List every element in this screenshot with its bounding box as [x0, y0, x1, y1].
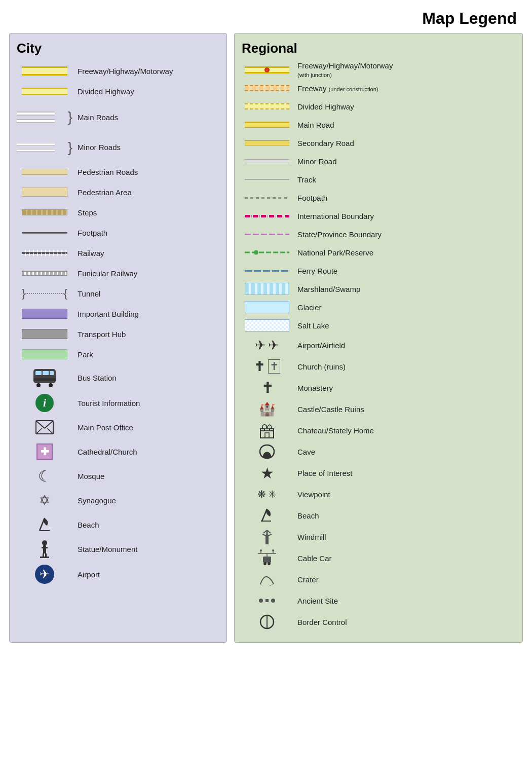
list-item: Beach: [242, 505, 515, 526]
svg-line-8: [36, 421, 45, 428]
border-control-icon: [259, 614, 275, 630]
road-symbol: }: [17, 140, 72, 155]
road-symbol: [17, 88, 72, 95]
item-label: Minor Road: [292, 157, 515, 166]
road-symbol: [17, 250, 72, 256]
road-symbol: [242, 122, 292, 128]
regional-column: Regional Freeway/Highway/Motorway(with j…: [234, 33, 523, 643]
item-label: Footpath: [72, 229, 219, 237]
item-label: Chateau/Stately Home: [292, 426, 515, 435]
list-item: Freeway/Highway/Motorway(with junction): [242, 61, 515, 79]
city-title: City: [17, 41, 219, 56]
item-label: Divided Highway: [72, 87, 219, 96]
road-symbol: [242, 283, 292, 295]
svg-rect-26: [265, 433, 269, 438]
list-item: ✚ Cathedral/Church: [17, 440, 219, 463]
list-item: i Tourist Information: [17, 391, 219, 415]
item-label: Ancient Site: [292, 597, 515, 605]
item-label: Cathedral/Church: [72, 448, 219, 456]
item-label: Statue/Monument: [72, 545, 219, 553]
list-item: Salt Lake: [242, 317, 515, 334]
road-symbol: [242, 85, 292, 91]
svg-line-27: [262, 509, 267, 521]
list-item: Pedestrian Roads: [17, 162, 219, 181]
list-item: Main Post Office: [17, 416, 219, 439]
list-item: Bus Station: [17, 365, 219, 390]
item-label: Airport: [72, 570, 219, 579]
road-symbol: [17, 420, 72, 434]
svg-point-35: [265, 534, 269, 537]
city-column: City Freeway/Highway/Motorway Divided Hi…: [9, 33, 227, 643]
item-label: Mosque: [72, 472, 219, 480]
road-symbol: [242, 179, 292, 180]
list-item: National Park/Reserve: [242, 244, 515, 261]
road-symbol: [17, 329, 72, 339]
road-symbol: [242, 301, 292, 313]
road-symbol: [17, 169, 72, 175]
item-label: Beach: [72, 521, 219, 529]
svg-marker-24: [262, 424, 267, 429]
list-item: Beach: [17, 513, 219, 536]
road-symbol: ★: [242, 464, 292, 482]
road-symbol: [242, 103, 292, 109]
item-label: Bus Station: [72, 374, 219, 382]
list-item: Transport Hub: [17, 324, 219, 344]
list-item: Glacier: [242, 299, 515, 316]
svg-rect-19: [45, 553, 47, 557]
svg-rect-20: [40, 557, 49, 558]
road-symbol: [17, 515, 72, 534]
list-item: Marshland/Swamp: [242, 280, 515, 298]
list-item: Border Control: [242, 612, 515, 632]
list-item: 🏰 Castle/Castle Ruins: [242, 399, 515, 419]
road-symbol: [242, 270, 292, 272]
list-item: Funicular Railway: [17, 264, 219, 283]
road-symbol: [242, 573, 292, 586]
svg-marker-25: [268, 425, 272, 429]
road-symbol: [17, 368, 72, 387]
cable-car-icon: [257, 549, 277, 567]
item-label: Viewpoint: [292, 490, 515, 499]
list-item: Crater: [242, 569, 515, 589]
list-item: International Boundary: [242, 207, 515, 225]
item-label: Beach: [292, 511, 515, 520]
list-item: ☾ Mosque: [17, 464, 219, 488]
item-label: Tunnel: [72, 289, 219, 298]
road-symbol: [242, 249, 292, 256]
list-item: Track: [242, 171, 515, 188]
list-item: ✈✈ Airport/Airfield: [242, 335, 515, 355]
svg-line-12: [40, 518, 45, 531]
road-symbol: [242, 140, 292, 145]
list-item: Ferry Route: [242, 262, 515, 279]
item-label: Airport/Airfield: [292, 341, 515, 350]
road-symbol: i: [17, 394, 72, 412]
road-symbol: 🏰: [242, 401, 292, 417]
item-label: Freeway (under construction): [292, 84, 515, 93]
list-item: } Main Roads: [17, 102, 219, 132]
item-label: Main Road: [292, 121, 515, 129]
item-label: Windmill: [292, 533, 515, 541]
item-label: Freeway/Highway/Motorway: [72, 67, 219, 76]
road-symbol: [17, 349, 72, 359]
road-symbol: }: [17, 110, 72, 124]
svg-point-44: [272, 549, 274, 551]
svg-rect-4: [33, 378, 56, 381]
statue-icon: [39, 540, 50, 558]
svg-point-14: [42, 540, 47, 545]
item-label: Pedestrian Area: [72, 188, 219, 197]
cave-icon: [258, 443, 276, 460]
item-label: Pedestrian Roads: [72, 168, 219, 176]
item-label: International Boundary: [292, 212, 515, 220]
road-symbol: [17, 66, 72, 76]
item-label: Minor Roads: [72, 143, 219, 152]
svg-line-9: [45, 421, 53, 428]
list-item: ✡ Synagogue: [17, 489, 219, 512]
item-label: Synagogue: [72, 496, 219, 505]
road-symbol: [242, 614, 292, 630]
list-item: Statue/Monument: [17, 537, 219, 561]
beach-reg-icon: [260, 507, 274, 524]
road-symbol: [242, 66, 292, 73]
svg-line-10: [36, 428, 42, 434]
item-label: Castle/Castle Ruins: [292, 405, 515, 414]
road-symbol: ☾: [17, 467, 72, 485]
list-item: Freeway (under construction): [242, 80, 515, 97]
